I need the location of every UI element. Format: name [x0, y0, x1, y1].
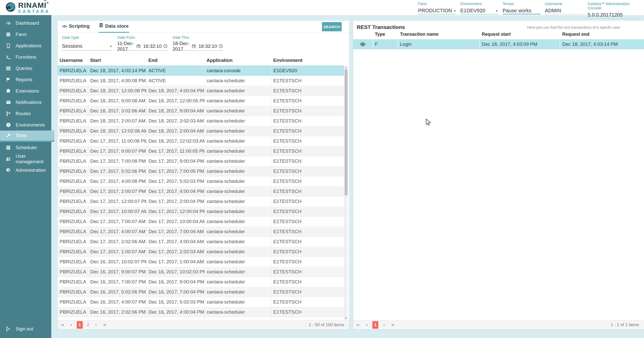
scroll-up-button[interactable]: [344, 66, 348, 70]
cell-start: Dec 17, 2017, 4:00:07 AM: [88, 227, 146, 237]
tab-data-store[interactable]: Data store: [99, 21, 129, 33]
date-from-input[interactable]: 11-Dec-2017: [117, 41, 135, 52]
scrollbar-thumb[interactable]: [345, 70, 348, 195]
cell-start: Dec 16, 2017, 7:00:07 PM: [88, 277, 146, 287]
sidebar-item-environments[interactable]: Environments: [0, 119, 51, 131]
table-row[interactable]: PBRIZUELADec 16, 2017, 2:02:06 PMDec 16,…: [58, 307, 344, 317]
cell-end: Dec 16, 2017, 2:02:03 PM: [146, 317, 205, 320]
table-row[interactable]: PBRIZUELADec 18, 2017, 12:00:08 PMDec 18…: [58, 86, 344, 96]
sidebar-item-administration[interactable]: Administration: [0, 164, 51, 176]
table-row[interactable]: PBRIZUELADec 17, 2017, 7:00:08 PMDec 17,…: [58, 156, 344, 166]
sidebar-item-farm[interactable]: Farm: [0, 29, 51, 40]
last-page-button[interactable]: [390, 322, 395, 328]
pagination-info: 1 - 50 of 100 items: [309, 322, 344, 327]
time-thru-input[interactable]: 16:32:10: [198, 44, 217, 49]
table-row[interactable]: PBRIZUELADec 16, 2017, 10:02:07 PMDec 17…: [58, 257, 344, 267]
prev-page-button[interactable]: [68, 322, 74, 328]
sidebar-item-tools[interactable]: Tools: [0, 131, 54, 142]
users-icon: [5, 156, 12, 162]
col-start: Start: [88, 58, 146, 65]
table-row[interactable]: PBRIZUELADec 17, 2017, 1:00:07 AMDec 17,…: [58, 247, 344, 257]
table-row[interactable]: PBRIZUELADec 16, 2017, 1:00:07 PMDec 16,…: [58, 317, 344, 320]
table-row[interactable]: PBRIZUELADec 17, 2017, 4:00:07 AMDec 17,…: [58, 227, 344, 237]
sidebar-item-functions[interactable]: Functions: [0, 51, 51, 63]
table-row[interactable]: PBRIZUELADec 16, 2017, 9:00:07 PMDec 16,…: [58, 267, 344, 277]
scroll-down-button[interactable]: [344, 316, 348, 320]
table-row[interactable]: PBRIZUELADec 18, 2017, 4:00:08 PMACTIVEc…: [58, 76, 344, 86]
cell-start: Dec 17, 2017, 2:00:07 PM: [88, 186, 146, 196]
envelope-icon: [5, 100, 12, 105]
page-button-2[interactable]: 2: [86, 322, 90, 327]
cell-username: PBRIZUELA: [58, 166, 88, 176]
first-page-button[interactable]: [355, 322, 361, 328]
table-row[interactable]: PBRIZUELADec 18, 2017, 2:00:07 AMDec 18,…: [58, 116, 344, 126]
pagination-info: 1 - 1 of 1 items: [611, 322, 639, 327]
sidebar-item-user-management[interactable]: User management: [0, 153, 51, 164]
data-type-select[interactable]: Sessions ▼: [62, 42, 112, 51]
table-row[interactable]: PBRIZUELADec 17, 2017, 11:00:08 PMDec 18…: [58, 136, 344, 146]
table-row[interactable]: PBRIZUELADec 16, 2017, 5:02:06 PMDec 16,…: [58, 287, 344, 297]
table-row[interactable]: PBRIZUELADec 16, 2017, 7:00:07 PMDec 16,…: [58, 277, 344, 287]
time-from-input[interactable]: 16:32:10: [143, 44, 162, 49]
sidebar-item-label: Applications: [16, 43, 41, 49]
table-row[interactable]: PBRIZUELADec 17, 2017, 12:00:07 PMDec 17…: [58, 196, 344, 206]
sign-out-button[interactable]: Sign out: [0, 323, 51, 334]
data-type-label: Data Type: [62, 35, 112, 39]
puzzle-icon: [5, 89, 12, 94]
next-page-button[interactable]: [93, 322, 99, 328]
sidebar-item-queries[interactable]: Queries: [0, 63, 51, 74]
sidebar-item-applications[interactable]: Applications: [0, 40, 51, 51]
tools-tabs: </> Scripting Data store: [58, 21, 349, 33]
cell-username: PBRIZUELA: [58, 297, 88, 307]
environment-select[interactable]: E1DEV920▼: [460, 7, 498, 14]
table-row[interactable]: PBRIZUELADec 17, 2017, 2:00:07 PMDec 17,…: [58, 186, 344, 196]
rest-transaction-row[interactable]: F Login Dec 18, 2017, 4:03:09 PM Dec 18,…: [353, 39, 644, 49]
search-button[interactable]: SEARCH: [322, 22, 342, 31]
cell-environment: E1TESTSCH: [271, 297, 344, 307]
sidebar-item-label: Notifications: [16, 100, 42, 105]
cell-application: cantara-scheduler: [205, 287, 271, 297]
tenant-input[interactable]: Pause works: [503, 7, 540, 14]
calendar-icon[interactable]: [192, 44, 196, 48]
sidebar-item-dashboard[interactable]: Dashboard: [0, 17, 51, 29]
cell-environment: E1TESTSCH: [271, 206, 344, 217]
sidebar-item-notifications[interactable]: Notifications: [0, 97, 51, 108]
sidebar-item-scheduler[interactable]: Scheduler: [0, 142, 51, 153]
sidebar-item-reports[interactable]: Reports: [0, 74, 51, 85]
calendar-icon[interactable]: [136, 44, 141, 48]
date-thru-field: Date Thru 18-Dec-2017 16:32:10: [173, 35, 223, 51]
view-transaction-button[interactable]: [353, 39, 373, 49]
clock-icon[interactable]: [219, 44, 223, 48]
table-row[interactable]: PBRIZUELADec 18, 2017, 3:02:06 AMDec 18,…: [58, 106, 344, 116]
table-row[interactable]: PBRIZUELADec 17, 2017, 2:02:06 AMDec 17,…: [58, 237, 344, 247]
cell-end: Dec 17, 2017, 11:00:05 PM: [146, 146, 205, 156]
page-button-1[interactable]: 1: [372, 321, 378, 329]
wrench-icon: [5, 133, 12, 138]
page-button-1[interactable]: 1: [77, 321, 83, 329]
cell-username: PBRIZUELA: [58, 106, 88, 116]
table-row-selected[interactable]: PBRIZUELADec 18, 2017, 4:03:14 PMACTIVEc…: [58, 66, 344, 76]
table-row[interactable]: PBRIZUELADec 17, 2017, 9:00:07 PMDec 17,…: [58, 146, 344, 156]
table-row[interactable]: PBRIZUELADec 17, 2017, 5:02:06 PMDec 17,…: [58, 166, 344, 176]
prev-page-button[interactable]: [364, 322, 369, 328]
table-row[interactable]: PBRIZUELADec 18, 2017, 9:00:08 AMDec 18,…: [58, 96, 344, 106]
farm-select[interactable]: PRODUCTION▼: [418, 7, 456, 14]
vertical-scrollbar[interactable]: [344, 66, 348, 320]
table-row[interactable]: PBRIZUELADec 17, 2017, 10:00:07 AMDec 17…: [58, 206, 344, 217]
tab-scripting[interactable]: </> Scripting: [62, 21, 90, 33]
table-row[interactable]: PBRIZUELADec 18, 2017, 12:02:06 AMDec 18…: [58, 126, 344, 136]
cell-username: PBRIZUELA: [58, 277, 88, 287]
table-row[interactable]: PBRIZUELADec 16, 2017, 4:00:07 PMDec 16,…: [58, 297, 344, 307]
clock-icon[interactable]: [163, 44, 168, 48]
last-page-button[interactable]: [102, 322, 107, 328]
sidebar-item-routes[interactable]: Routes: [0, 108, 51, 119]
table-row[interactable]: PBRIZUELADec 17, 2017, 4:00:08 PMDec 17,…: [58, 176, 344, 186]
cell-end: Dec 17, 2017, 1:00:04 AM: [146, 257, 205, 267]
date-thru-input[interactable]: 18-Dec-2017: [173, 41, 190, 52]
next-page-button[interactable]: [381, 322, 387, 328]
tenant-label: Tenant: [503, 2, 540, 6]
cell-start: Dec 18, 2017, 12:02:06 AM: [88, 126, 146, 136]
table-row[interactable]: PBRIZUELADec 17, 2017, 7:00:07 AMDec 17,…: [58, 217, 344, 227]
sidebar-item-extensions[interactable]: Extensions: [0, 85, 51, 97]
first-page-button[interactable]: [60, 322, 65, 328]
